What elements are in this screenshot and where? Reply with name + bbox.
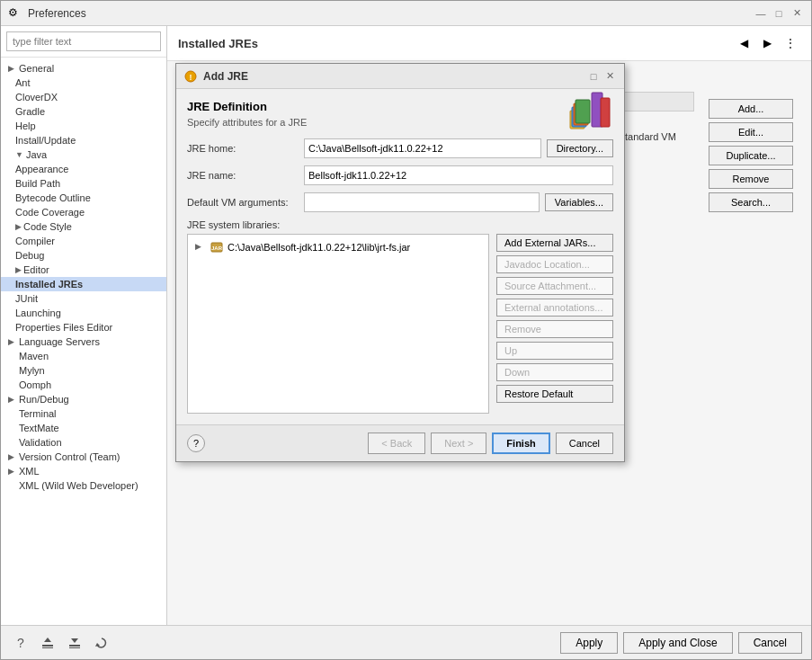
next-button[interactable]: Next > xyxy=(431,433,486,454)
down-button[interactable]: Down xyxy=(496,363,613,381)
vm-args-input[interactable] xyxy=(304,192,540,212)
sidebar-item-oomph[interactable]: Oomph xyxy=(1,378,166,392)
search-button[interactable]: Search... xyxy=(709,192,793,212)
finish-button[interactable]: Finish xyxy=(492,433,549,454)
sidebar-item-label: Terminal xyxy=(8,408,163,419)
remove-lib-button[interactable]: Remove xyxy=(496,320,613,338)
sidebar-item-debug[interactable]: Debug xyxy=(1,248,166,263)
refresh-button[interactable] xyxy=(91,632,112,654)
variables-button[interactable]: Variables... xyxy=(545,193,613,211)
sidebar-item-textmate[interactable]: TextMate xyxy=(1,421,166,435)
sidebar-item-label: Version Control (Team) xyxy=(19,451,163,462)
sidebar-item-build-path[interactable]: Build Path xyxy=(1,176,166,191)
dialog-maximize-button[interactable]: □ xyxy=(586,69,601,84)
source-attachment-button[interactable]: Source Attachment... xyxy=(496,277,613,295)
duplicate-button[interactable]: Duplicate... xyxy=(709,146,793,165)
lib-entry[interactable]: ▶ JAR C:\Java\Bellsoft-jdk11.0.22+12\lib… xyxy=(192,238,485,256)
sidebar-item-validation[interactable]: Validation xyxy=(1,435,166,450)
sidebar-item-label: Bytecode Outline xyxy=(15,192,91,203)
dialog-description: Specify attributes for a JRE xyxy=(187,117,613,128)
sidebar-item-label: Code Style xyxy=(23,221,72,232)
sidebar-item-label: XML xyxy=(19,466,163,477)
minimize-button[interactable]: — xyxy=(754,6,768,21)
sidebar-item-label: Code Coverage xyxy=(15,207,85,218)
export-button[interactable] xyxy=(37,632,58,654)
back-button[interactable]: < Back xyxy=(368,433,425,454)
sidebar-item-java[interactable]: ▼ Java xyxy=(1,147,166,162)
sidebar-item-language-servers[interactable]: ▶ Language Servers xyxy=(1,334,166,349)
sidebar-item-terminal[interactable]: Terminal xyxy=(1,406,166,421)
sidebar-item-mylyn[interactable]: Mylyn xyxy=(1,363,166,378)
sidebar-item-gradle[interactable]: Gradle xyxy=(1,104,166,119)
sidebar-item-xml[interactable]: ▶ XML xyxy=(1,464,166,478)
sidebar-item-label: Launching xyxy=(15,308,61,318)
expand-icon: ▶ xyxy=(8,64,17,73)
svg-rect-0 xyxy=(42,645,53,647)
sidebar-item-code-style[interactable]: ▶ Code Style xyxy=(1,219,166,234)
tree-arrow-icon: ▶ xyxy=(195,242,206,253)
external-annotations-button[interactable]: External annotations... xyxy=(496,299,613,317)
help-button[interactable]: ? xyxy=(10,632,31,654)
apply-button[interactable]: Apply xyxy=(560,632,618,654)
sidebar-item-ant[interactable]: Ant xyxy=(1,76,166,90)
sidebar-item-help[interactable]: Help xyxy=(1,119,166,133)
maximize-button[interactable]: □ xyxy=(772,6,786,21)
jre-home-input[interactable] xyxy=(304,138,541,158)
window-controls: — □ ✕ xyxy=(754,6,804,21)
sidebar-item-run-debug[interactable]: ▶ Run/Debug xyxy=(1,392,166,406)
import-button[interactable] xyxy=(64,632,85,654)
cancel-button[interactable]: Cancel xyxy=(556,433,613,454)
filter-input[interactable] xyxy=(6,31,161,51)
apply-close-button[interactable]: Apply and Close xyxy=(623,632,732,654)
warning-icon: ! xyxy=(184,70,197,83)
sidebar-item-maven[interactable]: Maven xyxy=(1,349,166,363)
panel-header: Installed JREs ◀ ▶ ⋮ xyxy=(167,26,811,61)
sidebar-item-compiler[interactable]: Compiler xyxy=(1,234,166,248)
sidebar-item-junit[interactable]: JUnit xyxy=(1,291,166,306)
bottom-bar: ? Apply Apply and Close Cancel xyxy=(1,625,811,659)
sidebar-item-label: Oomph xyxy=(8,379,163,390)
sidebar-item-bytecode-outline[interactable]: Bytecode Outline xyxy=(1,191,166,205)
forward-toolbar-button[interactable]: ▶ xyxy=(757,33,777,53)
sidebar-item-install-update[interactable]: Install/Update xyxy=(1,133,166,147)
sidebar-item-label: Installed JREs xyxy=(15,279,83,290)
bottom-right-buttons: Apply Apply and Close Cancel xyxy=(560,632,802,654)
menu-toolbar-button[interactable]: ⋮ xyxy=(781,33,800,53)
remove-button[interactable]: Remove xyxy=(709,169,793,189)
sidebar-item-version-control[interactable]: ▶ Version Control (Team) xyxy=(1,450,166,464)
expand-icon: ▶ xyxy=(8,337,17,346)
vm-args-row: Default VM arguments: Variables... xyxy=(187,192,613,212)
sidebar-item-properties-files-editor[interactable]: Properties Files Editor xyxy=(1,320,166,334)
sidebar-item-installed-jres[interactable]: Installed JREs xyxy=(1,277,166,291)
close-button[interactable]: ✕ xyxy=(790,6,804,21)
cancel-main-button[interactable]: Cancel xyxy=(738,632,802,654)
jar-file-icon: JAR xyxy=(210,240,224,254)
jre-name-input[interactable] xyxy=(304,165,613,185)
add-ext-jars-button[interactable]: Add External JARs... xyxy=(496,234,613,252)
edit-button[interactable]: Edit... xyxy=(709,122,793,142)
sidebar-item-code-coverage[interactable]: Code Coverage xyxy=(1,205,166,219)
javadoc-location-button[interactable]: Javadoc Location... xyxy=(496,255,613,273)
add-button[interactable]: Add... xyxy=(709,99,793,119)
sidebar-item-label: General xyxy=(19,63,163,74)
sidebar-item-label: Gradle xyxy=(15,106,163,117)
restore-default-button[interactable]: Restore Default xyxy=(496,385,613,403)
libs-tree[interactable]: ▶ JAR C:\Java\Bellsoft-jdk11.0.22+12\lib… xyxy=(187,234,489,414)
sidebar-item-label: Build Path xyxy=(15,178,60,189)
sidebar-item-label: Language Servers xyxy=(19,336,163,347)
expand-icon: ▶ xyxy=(8,452,17,461)
back-toolbar-button[interactable]: ◀ xyxy=(734,33,754,53)
dialog-help-button[interactable]: ? xyxy=(187,434,205,452)
sidebar-item-cloverDX[interactable]: CloverDX xyxy=(1,90,166,104)
sidebar-item-general[interactable]: ▶ General xyxy=(1,61,166,76)
up-button[interactable]: Up xyxy=(496,342,613,360)
directory-button[interactable]: Directory... xyxy=(547,139,613,157)
dialog-subtitle: JRE Definition xyxy=(187,100,613,113)
sidebar-item-xml-wild[interactable]: XML (Wild Web Developer) xyxy=(1,478,166,493)
sidebar-item-editor[interactable]: ▶ Editor xyxy=(1,263,166,277)
dialog-close-button[interactable]: ✕ xyxy=(602,69,617,84)
expand-icon: ▶ xyxy=(15,265,22,274)
sidebar-item-launching[interactable]: Launching xyxy=(1,306,166,320)
sidebar-item-label: TextMate xyxy=(8,423,163,433)
sidebar-item-appearance[interactable]: Appearance xyxy=(1,162,166,176)
